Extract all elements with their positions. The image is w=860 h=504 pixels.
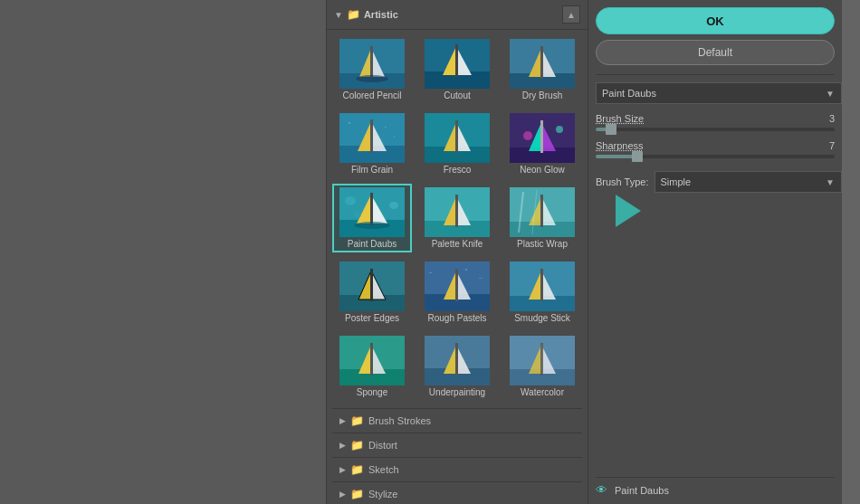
svg-rect-21	[349, 122, 350, 124]
filter-label-cutout: Cutout	[444, 90, 470, 100]
filter-grid: Colored Pencil Cutout	[332, 35, 582, 401]
svg-rect-69	[429, 272, 432, 273]
svg-point-45	[354, 211, 361, 218]
cat-folder-distort-icon: 📁	[350, 439, 364, 452]
svg-rect-23	[385, 127, 387, 128]
cat-label-brush-strokes: Brush Strokes	[368, 415, 431, 426]
svg-rect-70	[479, 278, 483, 279]
filter-thumb-cutout	[425, 39, 490, 89]
separator-1	[596, 74, 835, 75]
filter-thumb-film-grain	[339, 113, 405, 163]
filter-label-fresco: Fresco	[444, 165, 472, 175]
settings-panel: OK Default Paint Daubs Colored Pencil Cu…	[588, 0, 842, 504]
category-sketch[interactable]: ▶ 📁 Sketch	[332, 457, 582, 481]
svg-point-35	[523, 131, 532, 140]
filter-label-poster-edges: Poster Edges	[345, 313, 399, 323]
filter-item-film-grain[interactable]: Film Grain	[332, 109, 412, 178]
brush-type-label: Brush Type:	[596, 176, 649, 187]
svg-point-44	[389, 202, 398, 209]
filter-thumb-rough-pastels	[425, 262, 490, 311]
filter-item-watercolor[interactable]: Watercolor	[502, 332, 582, 401]
filter-item-colored-pencil[interactable]: Colored Pencil	[332, 35, 412, 104]
filter-item-poster-edges[interactable]: Poster Edges	[332, 258, 412, 327]
filter-thumb-watercolor	[510, 336, 575, 385]
category-brush-strokes[interactable]: ▶ 📁 Brush Strokes	[332, 408, 582, 433]
settings-spacer	[596, 193, 835, 477]
center-area: ▼ 📁 Artistic ▲	[326, 0, 588, 504]
svg-rect-76	[540, 269, 543, 301]
filter-thumb-palette-knife	[425, 187, 490, 237]
cat-folder-stylize-icon: 📁	[350, 488, 364, 500]
filter-item-neon-glow[interactable]: Neon Glow	[502, 109, 582, 178]
effect-dropdown[interactable]: Paint Daubs Colored Pencil Cutout	[596, 82, 842, 104]
artistic-title: Artistic	[364, 9, 398, 20]
filter-item-rough-pastels[interactable]: Rough Pastels	[417, 258, 497, 327]
cat-label-sketch: Sketch	[368, 464, 399, 475]
filter-thumb-underpainting	[425, 336, 490, 385]
brush-size-row: Brush Size 3	[596, 113, 835, 124]
svg-rect-81	[370, 343, 373, 376]
eye-icon[interactable]: 👁	[596, 483, 607, 497]
filter-item-dry-brush[interactable]: Dry Brush	[502, 35, 582, 104]
filter-label-watercolor: Watercolor	[521, 387, 564, 397]
filter-thumb-poster-edges	[339, 262, 405, 311]
filter-label-neon-glow: Neon Glow	[520, 165, 564, 175]
filter-panel-header: ▼ 📁 Artistic ▲	[327, 0, 588, 30]
filter-label-film-grain: Film Grain	[351, 165, 393, 175]
sharpness-label: Sharpness	[596, 140, 668, 151]
sharpness-thumb[interactable]	[632, 151, 643, 162]
brush-size-value: 3	[807, 113, 835, 124]
filter-item-smudge-stick[interactable]: Smudge Stick	[502, 258, 582, 327]
svg-point-36	[556, 126, 563, 133]
svg-point-5	[356, 75, 388, 82]
filter-thumb-colored-pencil	[339, 39, 405, 89]
brush-size-thumb[interactable]	[606, 124, 616, 135]
category-stylize[interactable]: ▶ 📁 Stylize	[332, 481, 582, 504]
category-distort[interactable]: ▶ 📁 Distort	[332, 433, 582, 457]
collapse-arrow-icon[interactable]: ▼	[334, 10, 343, 20]
brush-type-dropdown[interactable]: Simple Light Rough Dark Rough Wide Sharp…	[655, 171, 843, 193]
filter-thumb-dry-brush	[510, 39, 575, 89]
cat-folder-sketch-icon: 📁	[350, 463, 364, 476]
filter-item-palette-knife[interactable]: Palette Knife	[417, 184, 497, 252]
filter-item-sponge[interactable]: Sponge	[332, 332, 412, 401]
cat-label-stylize: Stylize	[368, 489, 397, 499]
scroll-up-button[interactable]: ▲	[562, 5, 580, 24]
brush-type-row: Brush Type: Simple Light Rough Dark Roug…	[596, 171, 835, 193]
ok-button[interactable]: OK	[596, 7, 835, 34]
bottom-bar: 👁 Paint Daubs	[596, 477, 835, 497]
cat-folder-icon: 📁	[350, 414, 364, 427]
svg-rect-63	[370, 269, 373, 301]
sharpness-row: Sharpness 7	[596, 140, 835, 151]
default-button[interactable]: Default	[596, 40, 835, 65]
filter-grid-area[interactable]: Colored Pencil Cutout	[327, 30, 588, 504]
filter-label-plastic-wrap: Plastic Wrap	[517, 239, 568, 249]
svg-point-42	[354, 222, 390, 229]
filter-thumb-paint-daubs	[339, 187, 405, 237]
filter-thumb-neon-glow	[510, 113, 575, 163]
brush-size-track	[596, 128, 835, 131]
sharpness-slider-container	[596, 155, 835, 160]
sharpness-fill	[596, 155, 636, 158]
filter-label-dry-brush: Dry Brush	[522, 90, 562, 100]
filter-item-cutout[interactable]: Cutout	[417, 35, 497, 104]
filter-item-paint-daubs[interactable]: Paint Daubs	[332, 184, 412, 252]
filter-thumb-smudge-stick	[510, 262, 575, 311]
arrow-indicator	[616, 195, 641, 229]
svg-rect-41	[370, 193, 373, 225]
filter-label-colored-pencil: Colored Pencil	[342, 90, 401, 100]
cat-label-distort: Distort	[368, 440, 397, 451]
filter-item-fresco[interactable]: Fresco	[417, 109, 497, 178]
filter-item-plastic-wrap[interactable]: Plastic Wrap	[502, 184, 582, 252]
filter-thumb-fresco	[425, 113, 490, 163]
bottom-effect-label: Paint Daubs	[615, 485, 669, 496]
cat-arrow-sketch-icon: ▶	[339, 465, 346, 474]
svg-rect-29	[455, 120, 458, 153]
svg-rect-34	[540, 120, 543, 153]
filter-thumb-sponge	[339, 336, 405, 385]
cat-arrow-distort-icon: ▶	[339, 441, 346, 450]
svg-rect-51	[455, 195, 458, 227]
filter-item-underpainting[interactable]: Underpainting	[417, 332, 497, 401]
svg-rect-15	[540, 46, 543, 79]
svg-rect-86	[455, 343, 458, 376]
